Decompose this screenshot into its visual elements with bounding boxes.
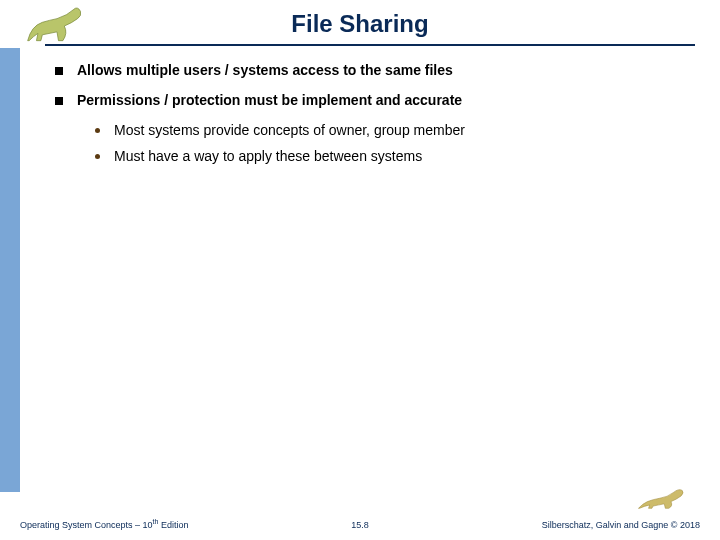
sub-bullet-text: Must have a way to apply these between s… — [114, 148, 422, 164]
dinosaur-footer-icon — [634, 478, 690, 514]
sub-bullet-text: Most systems provide concepts of owner, … — [114, 122, 465, 138]
dot-bullet-icon — [95, 128, 100, 133]
slide-content: Allows multiple users / systems access t… — [55, 62, 690, 174]
footer-book-title-a: Operating System Concepts – 10 — [20, 520, 153, 530]
slide-title: File Sharing — [0, 0, 720, 38]
bullet-text: Allows multiple users / systems access t… — [77, 62, 453, 78]
sub-bullet-item: Most systems provide concepts of owner, … — [95, 122, 690, 138]
footer-book-title-b: Edition — [158, 520, 188, 530]
bullet-text: Permissions / protection must be impleme… — [77, 92, 462, 108]
footer-page-number: 15.8 — [351, 520, 369, 530]
bullet-item: Permissions / protection must be impleme… — [55, 92, 690, 108]
dot-bullet-icon — [95, 154, 100, 159]
square-bullet-icon — [55, 67, 63, 75]
dinosaur-logo-icon — [18, 4, 96, 48]
header-rule — [45, 44, 695, 46]
footer-left: Operating System Concepts – 10th Edition — [20, 518, 188, 530]
side-stripe — [0, 48, 20, 492]
slide-header: File Sharing — [0, 0, 720, 48]
bullet-item: Allows multiple users / systems access t… — [55, 62, 690, 78]
slide-footer: Operating System Concepts – 10th Edition… — [20, 518, 700, 530]
footer-copyright: Silberschatz, Galvin and Gagne © 2018 — [542, 520, 700, 530]
square-bullet-icon — [55, 97, 63, 105]
sub-bullet-item: Must have a way to apply these between s… — [95, 148, 690, 164]
